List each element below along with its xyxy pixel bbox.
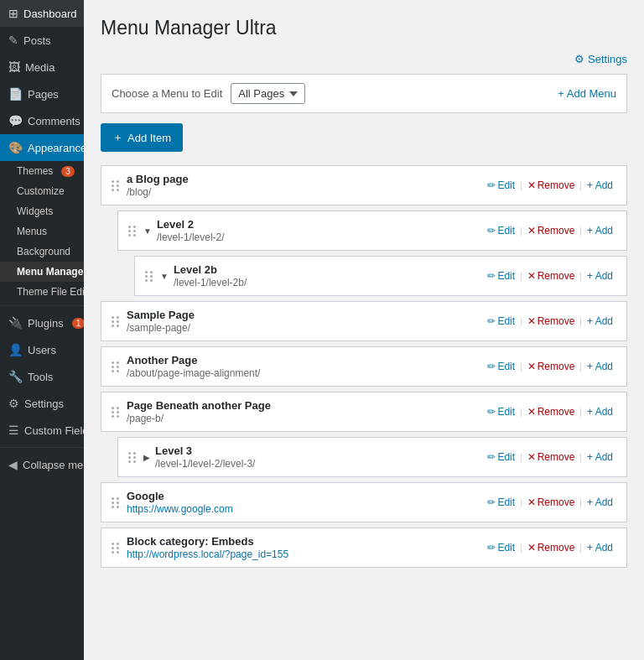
sidebar-item-posts[interactable]: ✎ Posts [0,27,84,54]
add-link[interactable]: + Add [584,358,616,375]
sidebar-sub-theme-file-editor[interactable]: Theme File Editor [0,282,84,302]
add-link[interactable]: + Add [584,494,616,511]
collapse-toggle[interactable] [143,453,150,462]
sidebar-item-dashboard[interactable]: ⊞ Dashboard [0,0,84,27]
remove-link[interactable]: ✕ Remove [524,449,579,465]
menu-item: Level 2b /level-1/level-2b/ ✏ Edit | ✕ R… [134,256,627,296]
sidebar-divider-2 [0,447,84,448]
edit-link[interactable]: ✏ Edit [484,494,518,511]
sidebar-sub-background[interactable]: Background [0,242,84,262]
pencil-icon: ✏ [487,542,496,553]
tools-icon: 🔧 [8,370,23,383]
sidebar-sub-menus[interactable]: Menus [0,221,84,242]
sidebar-item-collapse[interactable]: ◀ Collapse menu [0,451,84,478]
item-name: a Blog page [127,173,484,185]
edit-link[interactable]: ✏ Edit [484,222,518,239]
sidebar-item-custom-fields[interactable]: ☰ Custom Fields [0,417,84,444]
sidebar-item-pages[interactable]: 📄 Pages [0,81,84,107]
collapse-toggle[interactable] [160,272,169,281]
menu-items-list: a Blog page /blog/ ✏ Edit | ✕ Remove | +… [101,165,627,568]
item-url: /level-1/level-2/ [157,231,484,243]
sidebar-item-comments[interactable]: 💬 Comments 3 [0,107,84,134]
add-link[interactable]: + Add [584,177,616,194]
drag-handle[interactable] [112,497,120,508]
customize-label: Customize [17,185,65,197]
sidebar-item-label: Media [25,61,55,74]
plugins-icon: 🔌 [8,316,23,330]
edit-link[interactable]: ✏ Edit [484,403,518,420]
users-icon: 👤 [8,343,23,356]
item-name: Google [127,490,484,502]
add-link[interactable]: + Add [584,313,616,330]
menu-manager-label: Menu Manager Ultra [17,266,84,278]
add-link[interactable]: + Add [584,403,616,420]
collapse-toggle[interactable] [143,226,152,236]
sidebar-item-label: Users [28,344,56,356]
main-content: Menu Manager Ultra ⚙ Settings Choose a M… [84,0,644,660]
remove-link[interactable]: ✕ Remove [524,222,579,239]
sidebar-item-media[interactable]: 🖼 Media [0,54,84,81]
item-url: /blog/ [127,186,484,198]
menus-label: Menus [17,226,47,237]
edit-link[interactable]: ✏ Edit [484,358,518,375]
remove-link[interactable]: ✕ Remove [524,403,579,420]
add-link[interactable]: + Add [584,222,616,239]
themes-badge: 3 [61,166,75,177]
item-actions: ✏ Edit | ✕ Remove | + Add [484,449,616,465]
remove-link[interactable]: ✕ Remove [524,313,579,330]
drag-handle[interactable] [128,452,137,463]
sidebar-sub-widgets[interactable]: Widgets [0,201,84,221]
drag-handle[interactable] [112,407,120,418]
item-actions: ✏ Edit | ✕ Remove | + Add [484,403,616,420]
item-url: /level-1/level-2b/ [174,277,484,288]
add-item-button[interactable]: ＋ Add Item [101,123,183,152]
add-link[interactable]: + Add [584,268,616,284]
drag-handle[interactable] [112,543,120,553]
pencil-icon: ✏ [487,406,496,418]
remove-link[interactable]: ✕ Remove [524,539,579,556]
sidebar: ⊞ Dashboard ✎ Posts 🖼 Media 📄 Pages 💬 Co… [0,0,84,660]
remove-link[interactable]: ✕ Remove [524,358,579,375]
media-icon: 🖼 [8,60,20,74]
drag-handle[interactable] [112,180,120,191]
edit-link[interactable]: ✏ Edit [484,539,518,556]
add-link[interactable]: + Add [584,539,616,556]
edit-link[interactable]: ✏ Edit [484,268,518,284]
settings-link-label: Settings [588,53,627,65]
edit-link[interactable]: ✏ Edit [484,313,518,330]
sidebar-item-label: Custom Fields [24,424,84,437]
item-info: Sample Page /sample-page/ [127,309,484,334]
sidebar-item-tools[interactable]: 🔧 Tools [0,363,84,390]
sidebar-item-appearance[interactable]: 🎨 Appearance [0,134,84,161]
item-info: Level 2b /level-1/level-2b/ [174,263,484,288]
edit-link[interactable]: ✏ Edit [484,449,518,465]
remove-link[interactable]: ✕ Remove [524,268,579,284]
x-icon: ✕ [527,179,536,191]
item-actions: ✏ Edit | ✕ Remove | + Add [484,177,616,194]
drag-handle[interactable] [112,361,120,372]
add-menu-button[interactable]: + Add Menu [558,87,616,100]
menu-select[interactable]: All Pages [231,83,305,104]
sidebar-item-settings[interactable]: ⚙ Settings [0,390,84,417]
sidebar-sub-menu-manager[interactable]: Menu Manager Ultra [0,262,84,282]
settings-link[interactable]: ⚙ Settings [101,53,627,65]
drag-handle[interactable] [112,316,120,327]
sidebar-item-plugins[interactable]: 🔌 Plugins 1 [0,309,84,336]
sidebar-sub-customize[interactable]: Customize [0,181,84,201]
item-name: Sample Page [127,309,484,321]
sidebar-item-label: Comments [28,115,80,127]
plugins-badge: 1 [72,318,84,329]
remove-link[interactable]: ✕ Remove [524,494,579,511]
remove-link[interactable]: ✕ Remove [524,177,579,194]
drag-handle[interactable] [145,271,153,282]
menu-item: Sample Page /sample-page/ ✏ Edit | ✕ Rem… [101,301,627,341]
x-icon: ✕ [527,451,536,463]
drag-handle[interactable] [128,226,137,236]
sidebar-sub-themes[interactable]: Themes 3 [0,161,84,181]
item-url: /about/page-image-alignment/ [127,367,484,379]
x-icon: ✕ [527,361,536,372]
appearance-icon: 🎨 [8,141,23,154]
sidebar-item-users[interactable]: 👤 Users [0,336,84,363]
edit-link[interactable]: ✏ Edit [484,177,518,194]
add-link[interactable]: + Add [584,449,616,465]
